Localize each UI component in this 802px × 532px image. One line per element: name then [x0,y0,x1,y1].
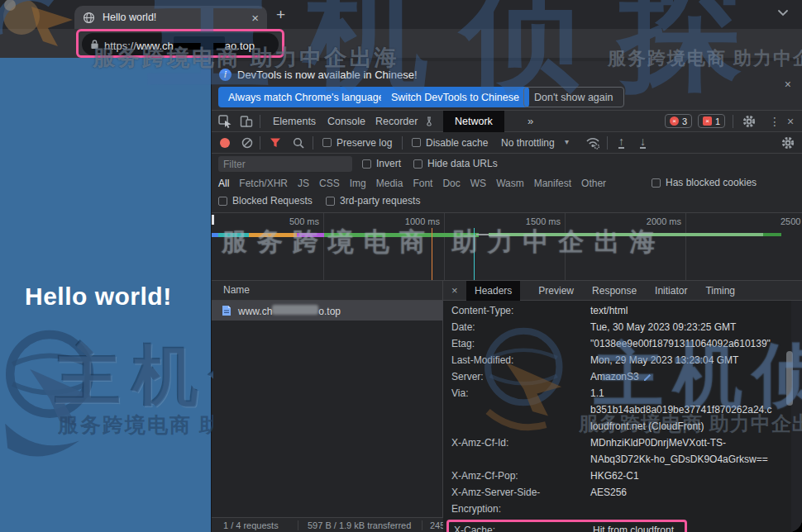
edit-pencil-icon[interactable] [643,373,652,382]
tab-title: Hello world! [103,12,251,23]
browser-tab[interactable]: Hello world! × [74,6,267,29]
details-tab-bar: × Headers Preview Response Initiator Tim… [443,281,802,301]
filter-type-wasm[interactable]: Wasm [496,178,524,189]
filter-type-media[interactable]: Media [376,178,403,189]
header-value: text/html [590,302,781,319]
third-party-checkbox[interactable] [326,197,335,206]
filter-type-img[interactable]: Img [350,178,366,189]
divider [260,115,260,128]
filter-type-other[interactable]: Other [581,178,606,189]
search-icon[interactable] [293,137,304,149]
url-bar[interactable]: https://www.chao.top [82,33,279,55]
filter-type-ws[interactable]: WS [470,178,486,189]
divider [298,520,298,530]
load-event-marker [474,228,475,281]
waterfall-segment-blue [212,233,218,237]
tab-headers[interactable]: Headers [466,281,520,301]
filter-funnel-icon[interactable] [270,137,281,149]
export-har-icon[interactable]: ↓ [640,135,646,149]
new-tab-button[interactable]: + [276,7,285,22]
request-row-selected[interactable]: www.cho.top [212,301,443,321]
disable-cache-checkbox[interactable] [412,138,421,147]
tab-preview[interactable]: Preview [538,281,574,301]
invert-checkbox[interactable] [362,159,371,169]
hide-data-urls-label: Hide data URLs [427,158,498,169]
network-settings-gear-icon[interactable] [781,136,795,150]
tab-elements[interactable]: Elements [273,111,316,132]
filter-type-css[interactable]: CSS [319,178,340,189]
network-conditions-icon[interactable] [585,136,600,150]
record-button[interactable] [220,138,230,148]
tab-console[interactable]: Console [327,111,365,132]
hide-data-urls-checkbox[interactable] [413,159,422,169]
tab-close-icon[interactable]: × [251,12,259,24]
requests-name-header[interactable]: Name [212,281,443,301]
request-name-censor [272,305,318,315]
preserve-log-checkbox[interactable] [322,138,332,147]
throttling-select[interactable]: No throttling [501,137,555,149]
header-row: Via: 1.1 b351b14abd8a019be37741f870262a2… [451,385,799,435]
tab-recorder[interactable]: Recorder [375,111,418,132]
details-close-icon[interactable]: × [451,284,458,297]
filter-type-all[interactable]: All [218,178,229,189]
devtools-menu-kebab-icon[interactable]: ⋮ [769,115,781,128]
filter-input[interactable] [218,156,352,172]
tab-network[interactable]: Network [443,111,504,132]
dont-show-again-button[interactable]: Don't show again [523,87,624,107]
header-value: Tue, 30 May 2023 09:23:25 GMT [590,319,781,335]
filter-type-doc[interactable]: Doc [442,178,460,189]
tick-500ms: 500 ms [261,216,319,226]
clear-icon[interactable] [241,137,253,149]
xcache-highlight-annotation: X-Cache: Hit from cloudfront [446,520,687,532]
throttling-dropdown-arrow-icon[interactable]: ▾ [565,137,569,146]
filter-type-fetchxhr[interactable]: Fetch/XHR [239,178,288,189]
header-key: Content-Type: [451,302,590,319]
header-value: 1.1 [590,385,781,401]
network-toolbar: Preserve log Disable cache No throttling… [212,132,802,154]
tab-timing[interactable]: Timing [705,281,735,301]
headers-list: Content-Type: text/html Date: Tue, 30 Ma… [451,302,799,532]
device-toolbar-icon[interactable] [240,115,253,128]
devtools-close-icon[interactable]: × [787,115,794,128]
divider [607,136,608,150]
divider [260,136,260,150]
filter-type-js[interactable]: JS [298,178,309,189]
has-blocked-cookies-checkbox[interactable] [652,178,661,188]
blocked-requests-checkbox[interactable] [218,197,227,206]
chevron-down-icon[interactable] [777,9,789,17]
tick-1000ms: 1000 ms [382,216,440,226]
tab-initiator[interactable]: Initiator [655,281,687,301]
overview-handle[interactable] [212,215,214,225]
scrollbar-thumb[interactable] [786,351,793,406]
filter-type-font[interactable]: Font [413,178,432,189]
match-language-button[interactable]: Always match Chrome's language [218,87,394,107]
import-har-icon[interactable]: ↑ [618,135,624,149]
preserve-log-label: Preserve log [337,137,392,149]
tab-response[interactable]: Response [592,281,637,301]
more-tabs-chevrons[interactable]: » [528,111,533,132]
settings-gear-icon[interactable] [742,115,756,128]
waterfall-segment-lightgreen [489,233,763,236]
errors-badge[interactable]: × 3 [665,114,692,128]
header-value: b351b14abd8a019be37741f870262a24.c [590,401,781,418]
scrollbar-track[interactable] [791,301,802,532]
issue-icon: × [703,116,712,126]
issues-badge[interactable]: × 1 [698,114,725,128]
inspect-element-icon[interactable] [218,115,232,128]
header-row: X-Amz-Cf-Id: MDnhziKldP0DnrjMeVXott-TS- … [451,435,799,468]
switch-to-chinese-button[interactable]: Switch DevTools to Chinese [381,87,529,107]
filter-type-manifest[interactable]: Manifest [534,178,571,189]
devtools-language-infobar: i DevTools is now available in Chinese! … [212,61,802,111]
network-overview-timeline[interactable]: 500 ms 1000 ms 1500 ms 2000 ms 2500 ms [212,213,802,281]
infobar-close-icon[interactable]: × [785,78,791,91]
divider [422,520,422,530]
header-row: Server: AmazonS3 [451,368,799,385]
header-key: X-Amz-Server-Side-Encryption: [451,484,590,517]
header-key: X-Amz-Cf-Pop: [451,468,590,484]
waterfall-segment-teal [218,233,249,237]
gridline [323,213,324,281]
waterfall-segment-green [324,233,479,237]
header-row: X-Amz-Server-Side-Encryption: AES256 [451,484,799,517]
header-key: Via: [451,385,590,401]
issue-count: 1 [715,116,720,126]
